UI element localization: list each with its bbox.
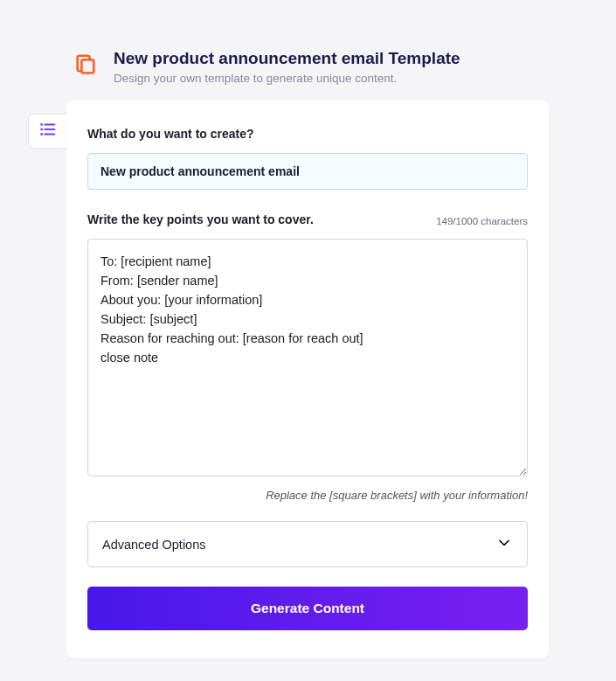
create-field-label: What do you want to create? — [87, 127, 528, 141]
svg-point-1 — [41, 124, 42, 125]
keypoints-label: Write the key points you want to cover. — [87, 212, 314, 226]
template-title-input[interactable] — [87, 153, 528, 190]
generate-content-button[interactable]: Generate Content — [87, 587, 528, 630]
svg-point-5 — [41, 134, 42, 135]
page-title: New product announcement email Template — [114, 48, 460, 70]
list-toggle-button[interactable] — [28, 114, 66, 149]
char-counter: 149/1000 characters — [436, 216, 528, 226]
advanced-options-label: Advanced Options — [102, 538, 206, 552]
page-subtitle: Design your own template to generate uni… — [114, 72, 460, 85]
template-form-card: What do you want to create? Write the ke… — [66, 101, 549, 658]
chevron-down-icon — [495, 534, 513, 554]
bracket-hint: Replace the [square brackets] with your … — [87, 489, 528, 502]
list-icon — [38, 120, 58, 142]
advanced-options-toggle[interactable]: Advanced Options — [87, 521, 528, 567]
copy-icon — [73, 52, 98, 76]
keypoints-textarea[interactable] — [87, 239, 528, 476]
svg-point-3 — [41, 129, 42, 130]
svg-rect-0 — [81, 59, 93, 73]
